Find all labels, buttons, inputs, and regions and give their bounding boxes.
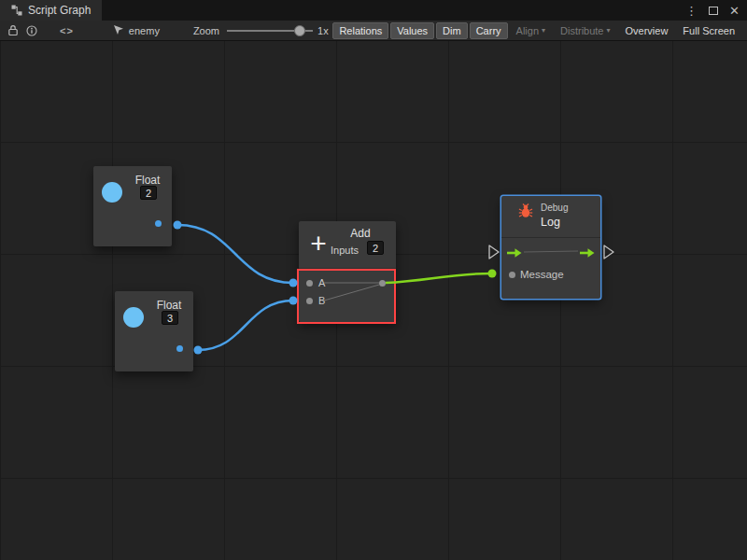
zoom-value: 1x: [317, 25, 329, 36]
flow-input-triangle-icon[interactable]: [489, 245, 499, 259]
unity-graph-window: Script Graph ⋮ ✕ <>: [0, 0, 747, 560]
caret-down-icon: ▾: [542, 26, 545, 35]
graph-target[interactable]: enemy: [113, 24, 160, 37]
graph-name: enemy: [129, 25, 160, 36]
inputs-label: Inputs: [331, 245, 359, 256]
graph-canvas[interactable]: Float 2 Float 3 + Add Inputs 2 A B: [0, 41, 747, 560]
node-title: Log: [541, 216, 560, 229]
float-value-field[interactable]: 3: [162, 311, 178, 325]
align-button-label: Align: [516, 25, 539, 36]
zoom-label: Zoom: [193, 25, 219, 36]
float-type-icon: [102, 182, 122, 203]
inputs-count-field[interactable]: 2: [367, 241, 384, 255]
toolbar-buttons: Relations Values Dim Carry Align ▾ Distr…: [332, 22, 743, 39]
message-port-label: Message: [520, 269, 564, 280]
node-title: Float: [148, 299, 190, 312]
full-screen-button[interactable]: Full Screen: [676, 22, 741, 39]
tab-script-graph[interactable]: Script Graph: [0, 0, 102, 21]
wire-float2-to-b[interactable]: [198, 301, 293, 350]
tab-bar: Script Graph ⋮ ✕: [0, 0, 747, 21]
float-type-icon: [123, 307, 144, 328]
float-value-field[interactable]: 2: [140, 186, 157, 200]
wire-add-to-message[interactable]: [386, 273, 492, 283]
wire-endpoint[interactable]: [488, 270, 497, 278]
values-button[interactable]: Values: [390, 22, 434, 39]
wire-endpoint[interactable]: [174, 221, 182, 230]
flow-output-triangle-icon[interactable]: [604, 245, 613, 259]
wire-endpoint[interactable]: [194, 346, 203, 355]
graph-toolbar: <> enemy Zoom 1x Relations Values Dim Ca…: [0, 21, 747, 41]
float-node-2[interactable]: Float 3: [115, 291, 193, 371]
plus-icon: +: [306, 227, 331, 260]
overview-button[interactable]: Overview: [619, 22, 675, 39]
code-icon[interactable]: <>: [60, 25, 74, 36]
float-output-port[interactable]: [176, 345, 183, 352]
more-menu-icon[interactable]: ⋮: [685, 4, 698, 18]
bug-icon: [518, 203, 533, 222]
zoom-slider[interactable]: [227, 25, 313, 36]
zoom-slider-knob[interactable]: [294, 25, 305, 36]
info-icon[interactable]: [26, 25, 37, 36]
close-icon[interactable]: ✕: [729, 4, 740, 18]
red-highlight-frame: [297, 269, 396, 324]
node-title: Add: [332, 227, 388, 240]
graph-pointer-icon: [113, 24, 124, 37]
node-title: Float: [127, 174, 168, 187]
maximize-icon[interactable]: [709, 7, 718, 15]
flow-out-arrow-icon[interactable]: [579, 245, 596, 262]
tab-title: Script Graph: [28, 4, 91, 17]
node-divider: [501, 237, 600, 238]
carry-button[interactable]: Carry: [470, 22, 508, 39]
align-button[interactable]: Align ▾: [510, 22, 552, 39]
wire-float1-to-a[interactable]: [177, 225, 293, 283]
distribute-button-label: Distribute: [560, 25, 603, 36]
debug-log-node[interactable]: Debug Log Message: [501, 196, 600, 299]
float-output-port[interactable]: [155, 220, 162, 227]
dim-button[interactable]: Dim: [436, 22, 468, 39]
window-controls: ⋮ ✕: [685, 0, 747, 21]
distribute-button[interactable]: Distribute ▾: [554, 22, 616, 39]
float-node-1[interactable]: Float 2: [93, 166, 172, 246]
message-input-port[interactable]: [509, 272, 515, 278]
relations-button[interactable]: Relations: [332, 22, 388, 39]
caret-down-icon: ▾: [607, 26, 611, 35]
lock-icon[interactable]: [7, 24, 19, 36]
script-graph-icon: [11, 5, 22, 16]
flow-in-arrow-icon[interactable]: [506, 245, 523, 262]
node-category: Debug: [541, 203, 568, 213]
